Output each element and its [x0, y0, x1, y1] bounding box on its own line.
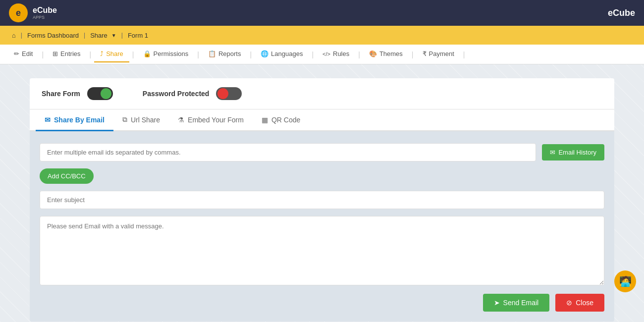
tab-url-share[interactable]: ⧉ Url Share — [113, 109, 169, 131]
secnav-themes-label: Themes — [379, 50, 403, 57]
sep-3: | — [131, 51, 135, 58]
secnav-edit[interactable]: ✏ Edit — [8, 46, 39, 62]
tab-list: ✉ Share By Email ⧉ Url Share ⚗ Embed You… — [30, 109, 614, 131]
add-cc-bcc-label: Add CC/BCC — [48, 172, 86, 180]
email-history-icon: ✉ — [550, 149, 555, 156]
sep-5: | — [249, 51, 253, 58]
share-form-toggle[interactable] — [87, 87, 113, 100]
password-protected-toggle[interactable] — [216, 87, 242, 100]
secnav-languages[interactable]: 🌐 Languages — [255, 46, 309, 62]
logo-area: eCube APPS — [33, 6, 57, 20]
breadcrumb-forms-dashboard[interactable]: Forms Dashboard — [22, 30, 84, 41]
secnav-share[interactable]: ⤴ Share — [94, 46, 129, 62]
secnav-themes[interactable]: 🎨 Themes — [363, 46, 409, 62]
sep-1: | — [41, 51, 45, 58]
secnav-edit-label: Edit — [22, 50, 33, 57]
rules-icon: </> — [322, 51, 330, 57]
tab-link-icon: ⧉ — [122, 115, 127, 124]
email-history-button[interactable]: ✉ Email History — [542, 144, 604, 161]
send-icon: ➤ — [494, 299, 500, 307]
help-bubble[interactable]: 🧑‍💻 — [614, 270, 636, 292]
tab-url-share-label: Url Share — [131, 116, 160, 124]
languages-icon: 🌐 — [261, 50, 268, 57]
action-row: ➤ Send Email ⊘ Close — [40, 294, 604, 312]
email-recipients-input[interactable] — [40, 143, 536, 161]
secnav-entries[interactable]: ⊞ Entries — [47, 46, 86, 62]
share-form-knob — [101, 88, 111, 99]
breadcrumb-label-1: Share — [90, 32, 107, 39]
password-protected-label: Password Protected — [143, 90, 210, 98]
tab-qr-code[interactable]: ▦ QR Code — [253, 109, 309, 131]
share-form-label: Share Form — [42, 90, 80, 98]
home-icon: ⌂ — [12, 32, 16, 39]
secnav-permissions[interactable]: 🔒 Permissions — [137, 46, 195, 62]
password-protected-knob — [217, 88, 228, 99]
add-cc-bcc-button[interactable]: Add CC/BCC — [40, 168, 94, 184]
reports-icon: 📋 — [208, 50, 216, 57]
logo-letter: e — [16, 8, 21, 18]
logo-icon: e — [9, 3, 28, 22]
payment-icon: ₹ — [423, 50, 427, 57]
secnav-entries-label: Entries — [60, 50, 80, 57]
sep-9: | — [462, 51, 466, 58]
breadcrumb-label-2: Form 1 — [128, 32, 148, 39]
sep-8: | — [411, 51, 415, 58]
breadcrumb-bar: ⌂ | Forms Dashboard | Share ▼ | Form 1 — [0, 26, 644, 45]
help-icon: 🧑‍💻 — [619, 275, 632, 287]
secnav-languages-label: Languages — [271, 50, 303, 57]
tab-qr-icon: ▦ — [262, 116, 268, 124]
share-icon: ⤴ — [100, 50, 104, 57]
tab-embed-label: Embed Your Form — [188, 116, 244, 124]
breadcrumb-form1[interactable]: Form 1 — [123, 30, 153, 41]
edit-icon: ✏ — [14, 50, 19, 57]
tab-envelope-icon: ✉ — [45, 116, 51, 124]
secnav-reports[interactable]: 📋 Reports — [202, 46, 247, 62]
secnav-permissions-label: Permissions — [154, 50, 189, 57]
password-protected-toggle-group: Password Protected — [143, 87, 242, 100]
secnav-share-label: Share — [106, 50, 123, 57]
secnav-payment[interactable]: ₹ Payment — [417, 46, 460, 62]
breadcrumb-home[interactable]: ⌂ — [7, 30, 21, 41]
sep-2: | — [89, 51, 93, 58]
subject-input[interactable] — [40, 191, 604, 209]
tab-qr-label: QR Code — [271, 116, 300, 124]
breadcrumb-share[interactable]: Share ▼ — [85, 30, 121, 41]
secondary-nav: ✏ Edit | ⊞ Entries | ⤴ Share | 🔒 Permiss… — [0, 45, 644, 64]
entries-icon: ⊞ — [53, 50, 58, 57]
sep-4: | — [196, 51, 200, 58]
main-content: Share Form Password Protected ✉ Share By… — [0, 64, 644, 322]
tab-content-email: ✉ Email History Add CC/BCC ➤ Send Email … — [30, 131, 614, 322]
app-name: eCube — [33, 6, 57, 14]
nav-left: e eCube APPS — [9, 3, 57, 22]
close-label: Close — [576, 299, 593, 307]
email-history-label: Email History — [558, 149, 596, 156]
close-ban-icon: ⊘ — [566, 299, 572, 307]
email-input-row: ✉ Email History — [40, 143, 604, 161]
sep-6: | — [311, 51, 315, 58]
lock-icon: 🔒 — [143, 50, 151, 57]
send-email-label: Send Email — [503, 299, 539, 307]
secnav-rules[interactable]: </> Rules — [317, 46, 355, 62]
share-form-toggle-group: Share Form — [42, 87, 113, 100]
message-textarea[interactable] — [40, 216, 604, 285]
send-email-button[interactable]: ➤ Send Email — [483, 294, 550, 312]
close-button[interactable]: ⊘ Close — [555, 294, 604, 312]
logo-sub: APPS — [33, 15, 57, 20]
tab-share-by-email-label: Share By Email — [54, 116, 105, 124]
themes-icon: 🎨 — [369, 50, 377, 57]
brand-name: eCube — [608, 8, 635, 18]
secnav-payment-label: Payment — [429, 50, 454, 57]
top-navbar: e eCube APPS eCube — [0, 0, 644, 26]
breadcrumb-label-0: Forms Dashboard — [27, 32, 79, 39]
dropdown-icon: ▼ — [111, 33, 116, 38]
tab-embed-your-form[interactable]: ⚗ Embed Your Form — [169, 109, 253, 131]
secnav-rules-label: Rules — [333, 50, 349, 57]
tab-share-by-email[interactable]: ✉ Share By Email — [36, 109, 113, 131]
sep-7: | — [357, 51, 361, 58]
secnav-reports-label: Reports — [218, 50, 241, 57]
tab-embed-icon: ⚗ — [178, 116, 184, 124]
share-toggles: Share Form Password Protected — [30, 78, 614, 109]
